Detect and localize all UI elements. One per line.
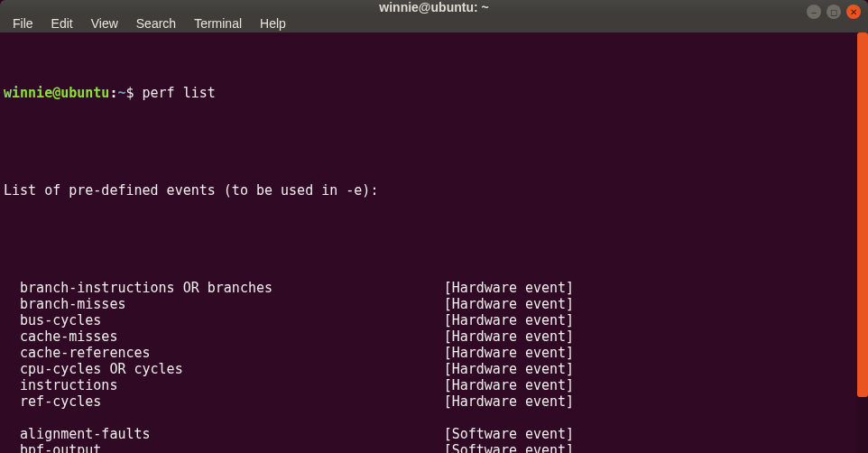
maximize-icon: ◻ (830, 7, 837, 17)
minimize-button[interactable]: – (807, 5, 821, 19)
menu-view[interactable]: View (84, 14, 125, 32)
output-header: List of pre-defined events (to be used i… (4, 182, 864, 199)
prompt-user-host: winnie@ubuntu (4, 85, 109, 101)
menu-edit[interactable]: Edit (44, 14, 80, 32)
titlebar[interactable]: winnie@ubuntu: ~ – ◻ ✕ (0, 0, 868, 14)
blank-line (4, 134, 864, 150)
event-line: branch-instructions OR branches [Hardwar… (4, 280, 864, 296)
menu-file[interactable]: File (5, 14, 41, 32)
menu-search[interactable]: Search (129, 14, 183, 32)
blank-line (4, 231, 864, 247)
events-list: branch-instructions OR branches [Hardwar… (4, 280, 864, 453)
blank-line (4, 410, 864, 426)
prompt-sigil: $ (125, 85, 134, 101)
menu-help[interactable]: Help (253, 14, 293, 32)
scrollbar-track[interactable] (857, 32, 868, 453)
event-line: bpf-output [Software event] (4, 442, 864, 453)
close-icon: ✕ (850, 7, 857, 17)
scrollbar-thumb[interactable] (857, 32, 868, 397)
terminal-area[interactable]: winnie@ubuntu:~$ perf list List of pre-d… (0, 32, 868, 453)
event-line: cpu-cycles OR cycles [Hardware event] (4, 361, 864, 377)
event-line: cache-misses [Hardware event] (4, 328, 864, 345)
event-line: instructions [Hardware event] (4, 377, 864, 393)
menu-terminal[interactable]: Terminal (187, 14, 249, 32)
window-controls: – ◻ ✕ (807, 5, 861, 19)
window-title: winnie@ubuntu: ~ (379, 0, 488, 14)
prompt-line: winnie@ubuntu:~$ perf list (4, 85, 864, 101)
menubar: File Edit View Search Terminal Help (0, 14, 868, 32)
event-line: cache-references [Hardware event] (4, 345, 864, 361)
terminal-window: winnie@ubuntu: ~ – ◻ ✕ File Edit View Se… (0, 0, 868, 453)
event-line: bus-cycles [Hardware event] (4, 312, 864, 328)
prompt-command: perf list (143, 85, 216, 101)
event-line: branch-misses [Hardware event] (4, 296, 864, 312)
minimize-icon: – (811, 7, 817, 17)
event-line: ref-cycles [Hardware event] (4, 393, 864, 410)
maximize-button[interactable]: ◻ (826, 5, 841, 19)
event-line: alignment-faults [Software event] (4, 426, 864, 442)
close-button[interactable]: ✕ (846, 5, 861, 19)
